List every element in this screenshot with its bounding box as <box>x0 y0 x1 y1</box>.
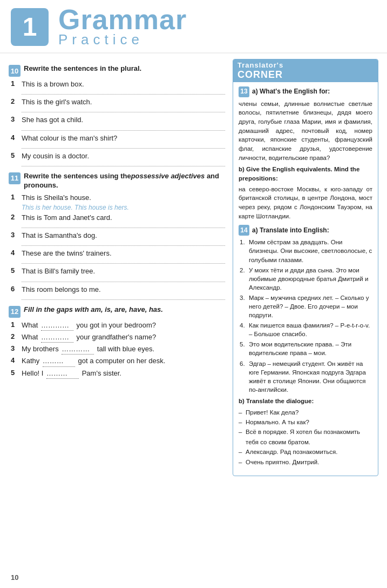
item-number: 5. <box>240 340 247 357</box>
item-number: 3 <box>11 231 19 239</box>
table-row: 3 She has got a child. <box>11 115 225 125</box>
dialogue-dash: – <box>239 457 244 467</box>
item-number: 3. <box>240 293 247 319</box>
table-row: 1 This is Sheila's house. <box>11 193 225 203</box>
dialogue-dash: – <box>239 447 244 457</box>
section-12-list: 1 What ………… you got in your bedroom? 2 W… <box>11 320 225 379</box>
item-number: 5 <box>11 151 19 159</box>
list-item: 5.Это мои водительские права. – Эти води… <box>240 340 372 357</box>
list-item: 1.Моим сёстрам за двадцать. Они близнецы… <box>240 238 372 264</box>
item-text: This is the girl's watch. <box>22 97 92 107</box>
dialogue-line: –Нормально. А ты как? <box>239 417 372 427</box>
item-number: 4. <box>240 321 247 338</box>
item-text: This is a brown box. <box>22 79 84 89</box>
tc-section-13-title: a) What's the English for: <box>252 87 330 96</box>
answer-line <box>22 259 225 264</box>
list-item: 4.Как пишется ваша фамилия? – P-e-t-r-o-… <box>240 321 372 338</box>
section-10-header: 10 Rewrite the sentences in the plural. <box>9 64 225 77</box>
tc-section-14-header: 14 a) Translate into English: <box>239 225 372 236</box>
item-text: What ………… you got in your bedroom? <box>22 320 156 331</box>
answer-line <box>22 162 225 166</box>
dialogue-line: –Всё в порядке. Я хотел бы познакомить т… <box>239 427 372 447</box>
answer-line <box>22 296 225 300</box>
tc-section-13-header: 13 a) What's the English for: <box>239 86 372 97</box>
item-text: Hello! I ……… Pam's sister. <box>22 369 121 379</box>
dialogue-line: –Александр. Рад познакомиться. <box>239 447 372 457</box>
tc-section-14-subheading: b) Translate the dialogue: <box>239 397 372 406</box>
item-text: Моим сёстрам за двадцать. Они близнецы. … <box>249 238 372 264</box>
item-number: 2 <box>11 332 19 343</box>
dialogue-dash: – <box>239 427 244 447</box>
section-11-num: 11 <box>9 172 21 184</box>
section-12-num: 12 <box>9 306 21 318</box>
item-text: This room belongs to me. <box>22 285 101 295</box>
item-answer: This is her house. This house is hers. <box>22 204 225 211</box>
section-12-title: Fill in the gaps with am, is, are, have,… <box>24 305 163 315</box>
section-11-list: 1 This is Sheila's house. This is her ho… <box>11 193 225 300</box>
item-number: 4 <box>11 249 19 257</box>
item-text: Марк – мужчина средних лет. – Сколько у … <box>249 293 372 319</box>
table-row: 4 What colour is the man's shirt? <box>11 133 225 143</box>
table-row: 2 This is Tom and Janet's card. <box>11 213 225 223</box>
page-number: 10 <box>11 573 18 582</box>
chapter-number: 1 <box>11 8 49 46</box>
right-column: Translator's CORNER 13 a) What's the Eng… <box>233 59 378 476</box>
dialogue-text: Всё в порядке. Я хотел бы познакомить те… <box>246 427 372 447</box>
left-column: 10 Rewrite the sentences in the plural. … <box>9 59 225 476</box>
item-text: My cousin is a doctor. <box>22 151 89 161</box>
dialogue-text: Привет! Как дела? <box>246 407 298 417</box>
table-row: 2 This is the girl's watch. <box>11 97 225 107</box>
item-number: 2 <box>11 97 19 105</box>
item-number: 1 <box>11 193 19 201</box>
item-text: My brothers ………… tall with blue eyes. <box>22 344 154 355</box>
section-10-list: 1 This is a brown box. 2 This is the gir… <box>11 79 225 166</box>
tc-dialogue: –Привет! Как дела?–Нормально. А ты как?–… <box>239 407 372 467</box>
tc-section-14-num: 14 <box>239 225 249 236</box>
page-header: 1 Grammar Practice <box>0 0 387 54</box>
list-item: 4 Kathy ……… got a computer on her desk. <box>11 356 225 366</box>
item-text: Как пишется ваша фамилия? – P-e-t-r-o-v.… <box>249 321 372 338</box>
answer-line <box>22 126 225 131</box>
answer-line <box>22 278 225 282</box>
tc-section-14-title: a) Translate into English: <box>252 226 329 235</box>
dialogue-dash: – <box>239 407 244 417</box>
list-item: 5 Hello! I ……… Pam's sister. <box>11 369 225 379</box>
tc-section-13: 13 a) What's the English for: члены семь… <box>239 86 372 221</box>
item-number: 1. <box>240 238 247 264</box>
answer-line <box>22 108 225 112</box>
tc-section-13-num: 13 <box>239 86 249 97</box>
list-item: 3 My brothers ………… tall with blue eyes. <box>11 344 225 355</box>
answer-line <box>22 242 225 246</box>
tc-header: Translator's CORNER <box>233 59 378 82</box>
list-item: 3.Марк – мужчина средних лет. – Сколько … <box>240 293 372 319</box>
tc-header-bottom: CORNER <box>237 69 374 81</box>
tc-section-13-text2: на северо-востоке Москвы, к юго-западу о… <box>239 185 372 221</box>
item-number: 6 <box>11 285 19 293</box>
tc-section-13-subheading: b) Give the English equivalents. Mind th… <box>239 165 372 183</box>
tc-body: 13 a) What's the English for: члены семь… <box>233 82 378 476</box>
title-grammar: Grammar <box>58 5 187 34</box>
item-text: What ………… your grandfather's name? <box>22 332 156 343</box>
dialogue-text: Нормально. А ты как? <box>246 417 309 427</box>
item-text: That is Bill's family tree. <box>22 266 95 276</box>
section-12-header: 12 Fill in the gaps with am, is, are, ha… <box>9 305 225 318</box>
item-text: That is Samantha's dog. <box>22 231 97 240</box>
list-item: 2.У моих тёти и дяди два сына. Это мои л… <box>240 266 372 292</box>
table-row: 3 That is Samantha's dog. <box>11 231 225 240</box>
answer-line <box>22 90 225 95</box>
item-number: 5 <box>11 369 19 379</box>
item-text: What colour is the man's shirt? <box>22 133 117 143</box>
table-row: 5 That is Bill's family tree. <box>11 266 225 276</box>
item-number: 2 <box>11 213 19 221</box>
dialogue-line: –Привет! Как дела? <box>239 407 372 417</box>
tc-header-top: Translator's <box>237 61 374 69</box>
table-row: 1 This is a brown box. <box>11 79 225 89</box>
dialogue-text: Очень приятно. Дмитрий. <box>246 457 319 467</box>
item-number: 2. <box>240 266 247 292</box>
item-text: This is Sheila's house. <box>22 193 91 203</box>
table-row: 5 My cousin is a doctor. <box>11 151 225 161</box>
list-item: 2 What ………… your grandfather's name? <box>11 332 225 343</box>
section-11-header: 11 Rewrite the sentences using theposses… <box>9 172 225 190</box>
table-row: 4 These are the twins' trainers. <box>11 249 225 258</box>
list-item: 1 What ………… you got in your bedroom? <box>11 320 225 331</box>
